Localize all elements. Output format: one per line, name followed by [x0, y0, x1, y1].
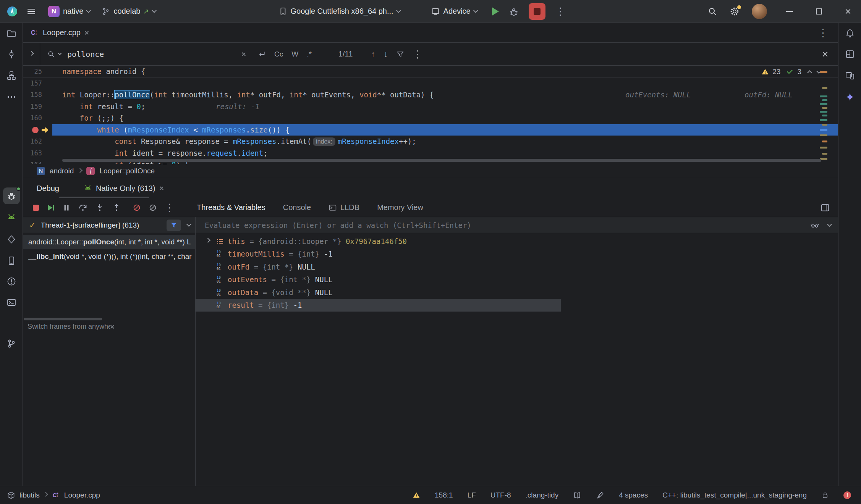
layout-inspector-button[interactable]: [845, 49, 855, 59]
code-line[interactable]: 162 const Response& response = mResponse…: [23, 136, 838, 147]
stripe-mark[interactable]: [822, 115, 827, 116]
previous-match-button[interactable]: [371, 49, 375, 59]
thread-selector[interactable]: Thread-1-[surfaceflinger] (613): [23, 217, 195, 233]
pause-button[interactable]: [62, 203, 71, 212]
file-encoding[interactable]: UTF-8: [490, 491, 511, 499]
layout-settings-button[interactable]: [821, 203, 830, 212]
run-button[interactable]: [492, 7, 499, 16]
stripe-mark[interactable]: [822, 87, 827, 89]
gutter[interactable]: 163: [23, 147, 52, 159]
search-query[interactable]: pollonce: [67, 50, 238, 59]
code-text[interactable]: while (mResponseIndex < mResponses.size(…: [52, 124, 838, 136]
gutter[interactable]: 160: [23, 112, 52, 124]
lock-icon[interactable]: [821, 491, 829, 499]
code-text[interactable]: namespace android {: [52, 66, 838, 77]
filter-search-button[interactable]: [396, 50, 405, 58]
editor-tab-looper-cpp[interactable]: C + + Looper.cpp: [23, 23, 96, 42]
device-manager-button[interactable]: [6, 256, 16, 266]
previous-problem-icon[interactable]: [807, 70, 812, 75]
project-selector[interactable]: N native: [44, 3, 94, 19]
highlighting-level-icon[interactable]: [596, 491, 604, 499]
next-match-button[interactable]: [384, 49, 388, 59]
clang-tidy[interactable]: .clang-tidy: [526, 491, 559, 499]
close-session-icon[interactable]: [159, 186, 164, 191]
dismiss-hint-icon[interactable]: [110, 325, 193, 329]
debug-more-button[interactable]: [164, 202, 175, 214]
mute-breakpoints-button[interactable]: [132, 203, 141, 212]
tab-close-icon[interactable]: [84, 31, 89, 35]
search-everywhere-button[interactable]: [707, 6, 717, 16]
filter-frames-button[interactable]: [167, 220, 181, 231]
stack-frame[interactable]: __libc_init(void *, void (*)(), int (*)(…: [23, 249, 195, 264]
notifications-button[interactable]: [845, 28, 855, 38]
code-text[interactable]: for (;;) {: [52, 112, 838, 124]
window-close-button[interactable]: [845, 8, 851, 15]
stripe-mark[interactable]: [820, 111, 827, 113]
more-actions-button[interactable]: [555, 5, 566, 18]
line-separator[interactable]: LF: [468, 491, 476, 499]
breakpoint-icon[interactable]: [32, 127, 39, 133]
frames-scrollbar[interactable]: [24, 318, 102, 320]
inspections-widget[interactable]: 23 3: [761, 68, 821, 76]
logcat-tool-button[interactable]: [6, 213, 16, 223]
gutter[interactable]: 162: [23, 136, 52, 147]
code-editor[interactable]: 25namespace android { 157158int Looper::…: [23, 66, 838, 164]
resume-button[interactable]: [46, 203, 55, 212]
gutter[interactable]: 158: [23, 89, 52, 101]
stripe-mark[interactable]: [820, 95, 827, 97]
main-menu-button[interactable]: [22, 5, 40, 18]
tab-scrollbar[interactable]: [59, 197, 149, 198]
debug-session-tab[interactable]: Native Only (613): [84, 184, 164, 193]
terminal-tool-button[interactable]: [6, 297, 16, 307]
gutter[interactable]: 25: [23, 66, 52, 77]
stripe-mark[interactable]: [820, 147, 827, 149]
settings-button[interactable]: [730, 6, 740, 16]
code-line[interactable]: 157: [23, 78, 838, 89]
horizontal-scrollbar[interactable]: [62, 159, 821, 162]
evaluate-expression-input[interactable]: Evaluate expression (Enter) or add a wat…: [196, 217, 838, 233]
variable-row-this[interactable]: this = {android::Looper *} 0x7967aa146f5…: [196, 235, 838, 248]
step-into-button[interactable]: [95, 203, 105, 213]
project-tool-button[interactable]: [6, 28, 16, 38]
match-case-toggle[interactable]: Cc: [274, 50, 283, 58]
chevron-down-icon[interactable]: [827, 222, 832, 227]
variable-row-outEvents[interactable]: 1001outEvents = {int *} NULL: [196, 273, 838, 286]
stop-button[interactable]: [529, 3, 545, 20]
stripe-mark[interactable]: [820, 71, 827, 73]
code-line[interactable]: 158int Looper::pollOnce(int timeoutMilli…: [23, 89, 838, 101]
editor-tab-options-button[interactable]: [818, 27, 838, 39]
view-breakpoints-button[interactable]: [148, 203, 157, 212]
sticky-line[interactable]: 25namespace android {: [23, 66, 838, 78]
status-file[interactable]: Looper.cpp: [64, 491, 100, 499]
app-quality-insights-button[interactable]: [6, 234, 16, 244]
stack-frame[interactable]: android::Looper::pollOnce(int, int *, in…: [23, 235, 195, 249]
more-tool-windows-button[interactable]: [6, 92, 16, 102]
structure-tool-button[interactable]: [6, 71, 16, 81]
words-toggle[interactable]: W: [291, 50, 298, 58]
close-find-bar-button[interactable]: [822, 50, 838, 58]
variable-row-outData[interactable]: 1001outData = {void **} NULL: [196, 286, 838, 299]
code-line[interactable]: while (mResponseIndex < mResponses.size(…: [23, 124, 838, 136]
clear-search-icon[interactable]: [241, 52, 246, 57]
variable-row-timeoutMillis[interactable]: 1001timeoutMillis = {int} -1: [196, 248, 838, 261]
toolchain-label[interactable]: C++: libutils_test_compile|...unk_stagin…: [662, 491, 807, 499]
problems-tool-button[interactable]: [6, 276, 16, 286]
variable-row-outFd[interactable]: 1001outFd = {int *} NULL: [196, 260, 838, 273]
gemini-button[interactable]: [845, 92, 855, 102]
stop-process-button[interactable]: [33, 205, 39, 211]
window-maximize-button[interactable]: [816, 8, 822, 15]
stripe-mark[interactable]: [822, 99, 827, 101]
debug-tab-memory-view[interactable]: Memory View: [377, 203, 423, 212]
breadcrumb-function[interactable]: Looper::pollOnce: [99, 167, 155, 175]
chevron-down-icon[interactable]: [186, 222, 191, 227]
warning-icon[interactable]: [413, 491, 420, 499]
gutter[interactable]: [23, 124, 52, 136]
code-text[interactable]: int Looper::pollOnce(int timeoutMillis, …: [52, 89, 838, 101]
stripe-mark[interactable]: [820, 103, 827, 105]
variable-row-result[interactable]: 1001result = {int} -1: [196, 299, 561, 312]
debug-tab-lldb[interactable]: LLDB: [329, 203, 359, 212]
expand-chevron-icon[interactable]: [206, 240, 216, 242]
breadcrumb-namespace[interactable]: android: [50, 167, 74, 175]
debug-tab-console[interactable]: Console: [283, 203, 311, 212]
code-line[interactable]: 163 int ident = response.request.ident;: [23, 147, 838, 159]
